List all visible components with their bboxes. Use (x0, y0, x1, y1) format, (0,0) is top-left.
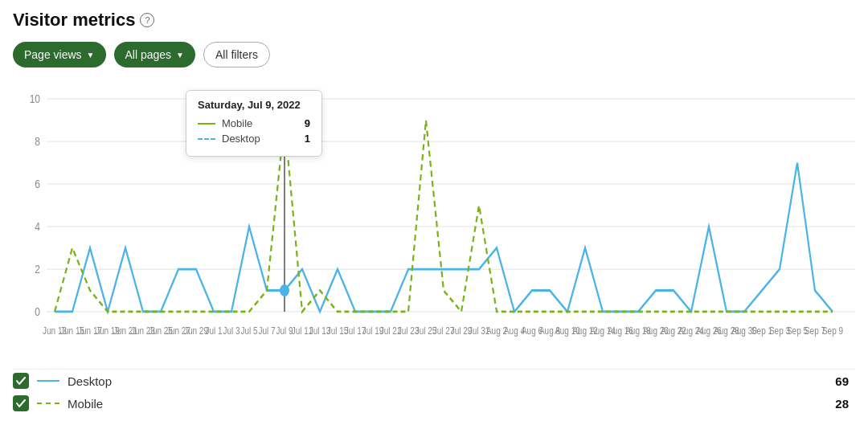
page-views-button[interactable]: Page views ▼ (13, 42, 106, 67)
desktop-legend-label: Desktop (68, 374, 827, 388)
chart-area: 10 8 6 4 2 0 Jun 13 Jun 15 Jun 17 Jun 19… (13, 79, 855, 362)
tooltip-mobile-value: 9 (305, 117, 310, 129)
mobile-checkbox[interactable] (13, 395, 29, 411)
controls-bar: Page views ▼ All pages ▼ All filters (13, 42, 855, 67)
svg-text:4: 4 (35, 220, 40, 234)
svg-text:Jul 1: Jul 1 (205, 325, 222, 336)
svg-text:Sep 9: Sep 9 (822, 325, 843, 336)
all-filters-button[interactable]: All filters (203, 42, 270, 67)
tooltip-desktop-line-icon (198, 138, 215, 140)
desktop-legend-count: 69 (835, 374, 855, 388)
legend-mobile-row: Mobile 28 (13, 395, 855, 411)
mobile-legend-label: Mobile (68, 397, 827, 411)
legend-desktop-row: Desktop 69 (13, 373, 855, 389)
tooltip-mobile-row: Mobile 9 (198, 117, 310, 129)
tooltip-desktop-value: 1 (305, 133, 310, 145)
checkmark-icon (16, 377, 26, 385)
desktop-checkbox[interactable] (13, 373, 29, 389)
checkmark-icon (16, 399, 26, 407)
svg-text:Jul 3: Jul 3 (223, 325, 240, 336)
svg-text:Jul 7: Jul 7 (258, 325, 275, 336)
tooltip-date: Saturday, Jul 9, 2022 (198, 99, 310, 111)
chevron-down-icon: ▼ (87, 51, 95, 59)
svg-point-58 (280, 285, 289, 296)
info-icon[interactable]: ? (140, 13, 154, 27)
desktop-line-icon (37, 380, 59, 382)
tooltip-mobile-line-icon (198, 123, 215, 125)
mobile-legend-count: 28 (835, 397, 855, 411)
page-header: Visitor metrics ? (13, 10, 855, 31)
svg-text:6: 6 (35, 178, 40, 191)
mobile-line-icon (37, 403, 59, 404)
svg-text:10: 10 (30, 92, 41, 106)
svg-text:2: 2 (35, 263, 40, 276)
legend-area: Desktop 69 Mobile 28 (13, 369, 855, 411)
tooltip-desktop-row: Desktop 1 (198, 133, 310, 145)
chart-tooltip: Saturday, Jul 9, 2022 Mobile 9 Desktop 1 (186, 90, 322, 157)
svg-text:Jul 5: Jul 5 (240, 325, 257, 336)
page-title: Visitor metrics (13, 10, 135, 31)
svg-text:Jul 9: Jul 9 (276, 325, 293, 336)
all-pages-button[interactable]: All pages ▼ (114, 42, 196, 67)
chevron-down-icon: ▼ (176, 51, 184, 59)
svg-text:8: 8 (35, 135, 40, 149)
chart-svg: 10 8 6 4 2 0 Jun 13 Jun 15 Jun 17 Jun 19… (13, 79, 855, 362)
svg-text:0: 0 (35, 305, 40, 319)
